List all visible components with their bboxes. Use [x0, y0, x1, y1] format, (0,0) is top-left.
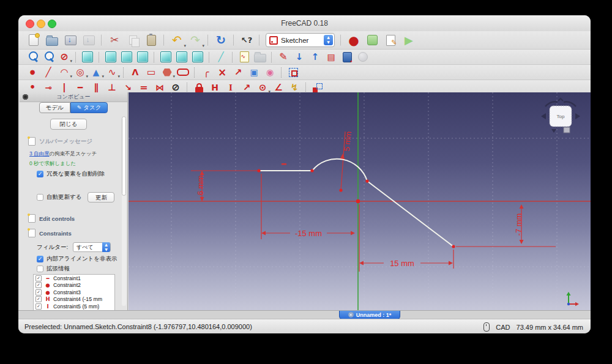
create-circle-button[interactable]: ◎▾ — [73, 65, 88, 79]
refresh-button[interactable]: ↻ — [212, 32, 230, 48]
constraint-row[interactable]: ✓HConstraint4 (-15 mm — [34, 296, 114, 303]
solver-dof-message: 3 自由度の拘束不足スケッチ — [29, 150, 97, 158]
toolbar-row-file: ✂↶▾↷▾↻↖?Sketcher▲▼●▶ — [18, 31, 591, 50]
view-axonometric-button[interactable] — [80, 50, 95, 64]
sketch-canvas[interactable]: 6 mm -15 mm — [129, 92, 591, 310]
workbench-selector[interactable]: Sketcher▲▼ — [266, 33, 335, 47]
solver-messages-header[interactable]: ソルバーメッセージ — [28, 137, 92, 146]
create-sketch-button[interactable] — [237, 50, 252, 64]
constraint-row[interactable]: ✓IConstraint5 (5 mm) — [34, 303, 114, 310]
autoupdate-checkbox[interactable] — [37, 194, 43, 201]
extended-info-checkbox[interactable] — [37, 266, 43, 272]
constraint-visibility-checkbox[interactable]: ✓ — [35, 275, 42, 281]
redo-button[interactable]: ↷▾ — [187, 32, 204, 48]
create-conic-button[interactable]: ▲▾ — [89, 65, 103, 79]
create-point-button[interactable]: ● — [25, 65, 40, 79]
view-top-button[interactable] — [119, 50, 134, 64]
validate-sketch-button[interactable] — [340, 50, 354, 64]
view-bottom-button[interactable] — [174, 50, 189, 64]
zoom-selection-button[interactable] — [41, 50, 56, 64]
leave-sketch-button[interactable]: ↑ — [308, 50, 323, 64]
create-polygon-button[interactable]: ▾ — [160, 65, 174, 79]
hide-internal-checkbox[interactable]: ✓ — [37, 256, 43, 262]
scrollbar-thumb[interactable] — [122, 116, 126, 196]
solver-solved-message: 0 秒で求解しました — [29, 160, 76, 168]
close-tab-icon[interactable]: ✕ — [348, 312, 354, 318]
magnifier-icon — [29, 51, 38, 61]
create-line-button[interactable]: ╱ — [41, 65, 56, 79]
cube-icon — [192, 51, 203, 62]
create-slot-button[interactable] — [176, 65, 190, 79]
create-bspline-button[interactable]: ∿▾ — [105, 65, 119, 79]
external-geometry-button[interactable]: ▣ — [247, 65, 261, 79]
save-button[interactable] — [62, 32, 79, 48]
constraint-visibility-checkbox[interactable]: ✓ — [35, 282, 42, 288]
toggle-construction-button[interactable] — [286, 65, 300, 79]
dropdown-arrow-icon[interactable]: ▾ — [86, 74, 88, 79]
dropdown-arrow-icon[interactable]: ▾ — [184, 43, 186, 48]
autoremove-checkbox[interactable]: ✓ — [37, 171, 43, 177]
dropdown-arrow-icon[interactable]: ▾ — [118, 74, 120, 79]
draw-style-button[interactable]: ⊘▾ — [57, 50, 72, 64]
dropdown-arrow-icon[interactable]: ▾ — [202, 43, 204, 48]
edit-sketch-button[interactable]: ✎ — [276, 50, 291, 64]
panel-float-button[interactable] — [23, 94, 28, 100]
main-area: コンボビュー モデル ✎タスク 閉じる ソルバーメッセージ 3 自由度の拘束不足… — [18, 92, 591, 310]
undo-button[interactable]: ↶▾ — [168, 32, 185, 48]
view-right-button[interactable] — [135, 50, 150, 64]
panel-scrollbar[interactable] — [122, 116, 126, 306]
trim-edge-button[interactable]: × — [215, 65, 230, 79]
navigation-cube[interactable]: Top — [539, 97, 582, 135]
extend-edge-button[interactable]: ↗ — [231, 65, 245, 79]
tab-task[interactable]: ✎タスク — [70, 102, 108, 113]
constraint-row[interactable]: ✓●Constraint3 — [34, 289, 114, 296]
open-file-button[interactable] — [43, 32, 61, 48]
dropdown-arrow-icon[interactable]: ▾ — [70, 74, 72, 79]
create-rectangle-button[interactable]: ▭ — [144, 65, 159, 79]
filter-select[interactable]: すべて ▲▼ — [73, 242, 111, 252]
zoom-fit-button[interactable] — [25, 50, 40, 64]
constraints-header[interactable]: Constraints — [28, 229, 72, 237]
document-tab[interactable]: ✕ Unnamed : 1* — [339, 311, 400, 319]
window-title: FreeCAD 0.18 — [18, 19, 591, 28]
horizontal-constraint-marker[interactable] — [282, 163, 286, 165]
edit-controls-header[interactable]: Edit controls — [28, 214, 75, 223]
new-file-button[interactable] — [25, 32, 42, 48]
3d-viewport[interactable]: 6 mm -15 mm — [129, 92, 591, 310]
carbon-copy-button[interactable]: ◉ — [263, 65, 277, 79]
constraint-row[interactable]: ✓━Constraint1 — [34, 275, 114, 282]
whats-this-button[interactable]: ↖? — [238, 32, 255, 48]
constraint-visibility-checkbox[interactable]: ✓ — [35, 296, 42, 302]
dropdown-arrow-icon[interactable]: ▾ — [102, 74, 104, 79]
view-front-button[interactable] — [103, 50, 118, 64]
tab-model[interactable]: モデル — [39, 102, 70, 113]
create-arc-button[interactable]: ◠▾ — [57, 65, 72, 79]
create-fillet-button[interactable]: ╭ — [199, 65, 214, 79]
toolbar-separator — [187, 83, 188, 93]
constraint-visibility-checkbox[interactable]: ✓ — [35, 303, 42, 310]
constraint-visibility-checkbox[interactable]: ✓ — [35, 289, 42, 295]
cube-icon — [121, 51, 132, 62]
view-rear-button[interactable] — [159, 50, 173, 64]
macro-record-button[interactable]: ● — [345, 32, 362, 48]
measure-distance-button[interactable]: ╱ — [214, 50, 228, 64]
pencil-icon: ✎ — [279, 52, 287, 62]
macro-edit-button[interactable] — [382, 32, 399, 48]
update-button[interactable]: 更新 — [88, 192, 114, 202]
filter-row: フィルター: すべて ▲▼ — [37, 242, 111, 252]
navigation-style[interactable]: CAD — [496, 324, 510, 331]
cut-button[interactable]: ✂ — [106, 32, 123, 48]
view-left-button[interactable] — [190, 50, 205, 64]
dropdown-arrow-icon[interactable]: ▾ — [173, 74, 175, 79]
horizontal-constraint-icon: ━ — [44, 275, 51, 281]
view-sketch-button[interactable]: ↓ — [292, 50, 307, 64]
view-section-button[interactable]: ▤ — [324, 50, 338, 64]
paste-button[interactable] — [143, 32, 160, 48]
close-task-button[interactable]: 閉じる — [50, 119, 87, 130]
dof-link[interactable]: 3 自由度 — [29, 150, 50, 157]
macro-play-button[interactable]: ▶ — [400, 32, 417, 48]
dropdown-arrow-icon[interactable]: ▾ — [70, 59, 72, 64]
constraint-row[interactable]: ✓●Constraint2 — [34, 282, 114, 289]
create-polyline-button[interactable]: Λ — [128, 65, 143, 79]
macro-stop-button[interactable] — [364, 32, 381, 48]
